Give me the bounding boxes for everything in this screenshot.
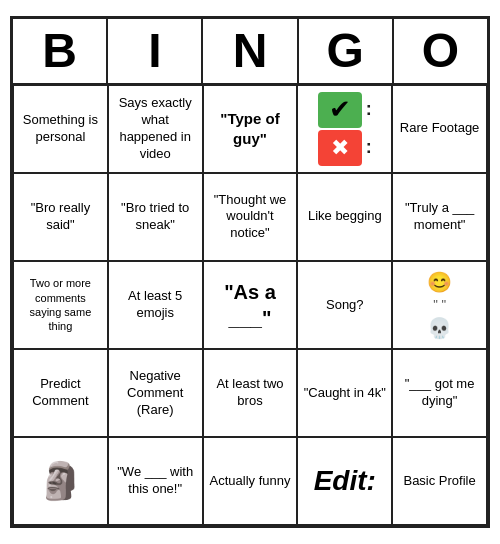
cell-text: Like begging xyxy=(308,208,382,225)
header-n: N xyxy=(202,18,297,84)
check-x-group: ✔ : ✖ : xyxy=(318,92,372,166)
edit-label: Edit: xyxy=(314,463,376,499)
cell-r1c3: Like begging xyxy=(298,174,393,262)
cell-r4c3: Edit: xyxy=(298,438,393,526)
colon-after-x: : xyxy=(366,136,372,159)
header-i: I xyxy=(107,18,202,84)
cell-r0c0: Something is personal xyxy=(14,86,109,174)
cell-text: Says exactly what happened in video xyxy=(113,95,198,163)
emoji-combo: 😊 " " 💀 xyxy=(427,268,452,342)
emoji-row3: 💀 xyxy=(427,314,452,342)
cell-r0c3: ✔ : ✖ : xyxy=(298,86,393,174)
cell-r4c0: 🗿 xyxy=(14,438,109,526)
cell-r1c0: "Bro really said" xyxy=(14,174,109,262)
bingo-grid: Something is personal Says exactly what … xyxy=(12,84,488,526)
cell-r1c2: "Thought we wouldn't notice" xyxy=(204,174,299,262)
cell-text: Basic Profile xyxy=(403,473,475,490)
cell-r4c4: Basic Profile xyxy=(393,438,488,526)
cell-text: Rare Footage xyxy=(400,120,480,137)
cell-r2c3: Song? xyxy=(298,262,393,350)
header-g: G xyxy=(298,18,393,84)
cell-r3c1: Negative Comment (Rare) xyxy=(109,350,204,438)
emoji-row1: 😊 xyxy=(427,268,452,296)
cell-text: Song? xyxy=(326,297,364,314)
x-row: ✖ : xyxy=(318,130,372,166)
check-row: ✔ : xyxy=(318,92,372,128)
cell-r3c3: "Caught in 4k" xyxy=(298,350,393,438)
cell-text: Negative Comment (Rare) xyxy=(113,368,198,419)
emoji-row2: " " xyxy=(427,296,452,314)
cell-text: Something is personal xyxy=(18,112,103,146)
cell-text: "As a ___" xyxy=(208,279,293,331)
cell-r2c2: "As a ___" xyxy=(204,262,299,350)
cell-text: Actually funny xyxy=(210,473,291,490)
cell-r1c4: "Truly a ___ moment" xyxy=(393,174,488,262)
moai-icon: 🗿 xyxy=(38,458,83,505)
cell-r4c2: Actually funny xyxy=(204,438,299,526)
cell-r3c4: "___ got me dying" xyxy=(393,350,488,438)
cell-r0c4: Rare Footage xyxy=(393,86,488,174)
cell-text: At least two bros xyxy=(208,376,293,410)
bingo-header: B I N G O xyxy=(12,18,488,84)
bingo-card: B I N G O Something is personal Says exa… xyxy=(10,16,490,528)
cell-r3c0: Predict Comment xyxy=(14,350,109,438)
cell-text: "Type of guy" xyxy=(208,109,293,148)
cell-r2c0: Two or more comments saying same thing xyxy=(14,262,109,350)
cell-r2c4: 😊 " " 💀 xyxy=(393,262,488,350)
cell-text: "Thought we wouldn't notice" xyxy=(208,192,293,243)
cell-text: "___ got me dying" xyxy=(397,376,482,410)
colon-after-check: : xyxy=(366,98,372,121)
cell-text: Two or more comments saying same thing xyxy=(18,276,103,333)
cell-text: "Truly a ___ moment" xyxy=(397,200,482,234)
cell-r1c1: "Bro tried to sneak" xyxy=(109,174,204,262)
cell-text: Predict Comment xyxy=(18,376,103,410)
cell-text: "Caught in 4k" xyxy=(304,385,386,402)
cell-r3c2: At least two bros xyxy=(204,350,299,438)
cell-r0c1: Says exactly what happened in video xyxy=(109,86,204,174)
cell-r0c2: "Type of guy" xyxy=(204,86,299,174)
header-b: B xyxy=(12,18,107,84)
cell-text: "We ___ with this one!" xyxy=(113,464,198,498)
cell-r4c1: "We ___ with this one!" xyxy=(109,438,204,526)
cell-r2c1: At least 5 emojis xyxy=(109,262,204,350)
cell-text: At least 5 emojis xyxy=(113,288,198,322)
checkmark-icon: ✔ xyxy=(318,92,362,128)
cell-text: "Bro tried to sneak" xyxy=(113,200,198,234)
xmark-icon: ✖ xyxy=(318,130,362,166)
cell-text: "Bro really said" xyxy=(18,200,103,234)
header-o: O xyxy=(393,18,488,84)
